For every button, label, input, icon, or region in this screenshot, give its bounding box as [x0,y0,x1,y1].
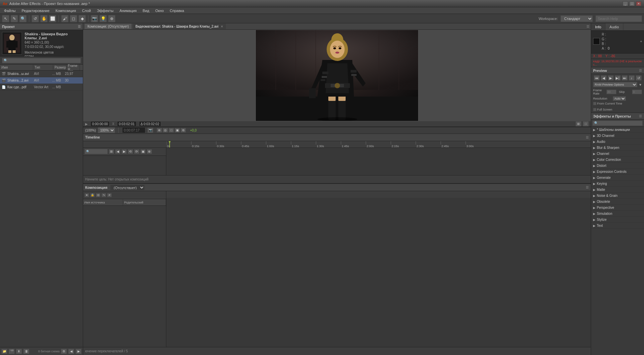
timeline-ctrl-4[interactable]: ⟳ [134,149,139,154]
timeline-ctrl-2[interactable]: ▶ [121,149,127,154]
viewer-btn-2[interactable]: ◎ [163,128,168,133]
timeline-new-comp[interactable]: ⊞ [109,149,114,154]
comp-timecode[interactable]: 0:03:02:01 [117,121,136,127]
effect-item-14[interactable]: ▶ Simulation [591,211,644,217]
timeline-ctrl-1[interactable]: ◀ [115,149,120,154]
menu-view[interactable]: Вид [140,8,152,13]
file-item-2[interactable]: 📄 Как сде...pdf Vector Art ... MB [0,84,83,91]
project-search-input[interactable] [2,58,81,63]
effect-item-10[interactable]: ▶ Matte [591,187,644,193]
effect-item-12[interactable]: ▶ Obsolete [591,199,644,205]
viewer-btn-5[interactable]: ⧉ [181,128,186,133]
menu-composition[interactable]: Композиция [53,8,79,13]
timeline-search-input[interactable] [84,149,108,154]
nav-next-button[interactable]: ▶ [76,349,81,354]
current-timecode[interactable]: 0:00:00:00 [90,121,109,127]
zoom-dropdown[interactable]: 100% [98,127,115,133]
menu-files[interactable]: Файлы [1,8,18,13]
comp-vis-btn[interactable]: ● [84,193,89,197]
panel-menu-button[interactable]: ☰ [586,25,589,28]
search-input[interactable] [595,15,642,22]
play-button[interactable]: ▶ [608,75,614,81]
skip-input[interactable] [632,90,642,94]
viewer-btn-3[interactable]: □ [169,128,174,133]
viewer-btn-4[interactable]: ▣ [175,128,180,133]
effect-item-15[interactable]: ▶ Stylize [591,217,644,223]
footage-tab[interactable]: Видеоматериал: Shakira - Шакира Видео Кл… [132,23,226,29]
timeline-ctrl-5[interactable]: ▣ [140,149,146,154]
timeline-ctrl-6[interactable]: ⊕ [147,149,152,154]
import-button[interactable]: ⬇ [16,349,22,354]
selection-tool[interactable]: ↖ [2,15,9,22]
menu-help[interactable]: Справка [167,8,187,13]
camera-tool[interactable]: 📷 [91,15,98,22]
brush-tool[interactable]: 🖌 [61,15,69,22]
add-color-btn[interactable]: + [640,40,642,43]
full-screen-label[interactable]: Full Screen [593,108,612,111]
rotate-tool[interactable]: ↺ [32,15,39,22]
effect-item-9[interactable]: ▶ Keying [591,181,644,187]
light-tool[interactable]: 💡 [99,15,107,22]
resolution-dropdown[interactable]: Auto [613,96,626,101]
first-frame-button[interactable]: ⏮ [594,75,600,81]
comp-panel-menu[interactable]: ☰ [586,185,589,189]
file-item-0[interactable]: 🎬 Shakira...ы.avi AVI ... MB 23,97 [0,71,83,77]
file-item-1[interactable]: 🎬 Shakira...2.avi AVI ... MB 30 [0,77,83,84]
viewer-btn-1[interactable]: ⊕ [157,128,162,133]
effect-item-8[interactable]: ▶ Generate [591,175,644,181]
eraser-tool[interactable]: ◻ [70,15,77,22]
comp-fr-btn[interactable]: # [107,193,112,197]
timeline-ctrl-3[interactable]: ⟲ [128,149,133,154]
effect-item-3[interactable]: ▶ Blur & Sharpen [591,145,644,151]
effect-item-7[interactable]: ▶ Expression Controls [591,169,644,175]
project-panel-menu[interactable]: ☰ [78,25,81,28]
comp-ef-btn[interactable]: ∿ [101,193,106,197]
comp-shy-btn[interactable]: ◎ [96,193,100,197]
effect-item-11[interactable]: ▶ Noise & Grain [591,193,644,199]
menu-effects[interactable]: Эффекты [94,8,116,13]
framerate-input[interactable] [606,90,616,94]
anchor-tool[interactable]: ⊕ [108,15,115,22]
audio-toggle[interactable]: ♪ [629,75,635,81]
tab-info[interactable]: Info [591,23,605,30]
comp-tab[interactable]: Композиция: (Отсутствует) [84,23,132,29]
effect-item-13[interactable]: ▶ Perspective [591,205,644,211]
comp-lock-btn[interactable]: 🔒 [90,193,95,197]
ram-preview-dropdown[interactable]: RAM Preview Options [593,82,637,87]
snap-button[interactable]: 📷 [147,128,153,133]
from-current-label[interactable]: From Current Time [593,102,622,105]
minimize-button[interactable]: _ [623,1,628,6]
zoom-tool[interactable]: 🔍 [19,15,27,22]
pen-tool[interactable]: ✎ [11,15,18,22]
menu-window[interactable]: Окно [153,8,167,13]
hand-tool[interactable]: ✋ [40,15,48,22]
delete-button[interactable]: 🗑 [23,349,29,354]
nav-prev-button[interactable]: ◀ [68,349,74,354]
from-current-check[interactable] [593,102,596,105]
last-frame-button[interactable]: ⏭ [622,75,628,81]
effect-item-6[interactable]: ▶ Distort [591,163,644,169]
workspace-dropdown[interactable]: Стандарт [561,15,593,22]
tab-audio[interactable]: Audio [605,23,623,30]
shape-tool[interactable]: ⬜ [49,15,56,22]
full-screen-check[interactable] [593,108,596,111]
close-footage-tab[interactable]: ✕ [221,25,223,28]
safe-zones-button[interactable]: □ [583,121,589,127]
close-button[interactable]: ✕ [636,1,641,6]
comp-name-dropdown[interactable]: (Отсутствует) [110,184,145,190]
menu-animation[interactable]: Анимация [117,8,139,13]
effects-search-input[interactable] [592,121,643,126]
new-folder-button[interactable]: 📁 [1,349,7,354]
new-comp-button[interactable]: 🎬 [9,349,15,354]
next-frame-button[interactable]: ▶| [615,75,621,81]
timeline-panel-menu[interactable]: ☰ [586,136,589,139]
effect-item-4[interactable]: ▶ Channel [591,151,644,157]
ram-arrow[interactable]: ▼ [639,83,642,87]
effect-item-0[interactable]: ▶ * Шаблоны анимации [591,127,644,133]
loop-button[interactable]: ↺ [636,75,642,81]
bit-depth-settings[interactable]: ⚙ [61,349,67,354]
menu-edit[interactable]: Редактирование [19,8,52,13]
effect-item-1[interactable]: ▶ 3D Channel [591,133,644,139]
puppet-tool[interactable]: ◆ [79,15,86,22]
effect-item-16[interactable]: ▶ Text [591,223,644,229]
